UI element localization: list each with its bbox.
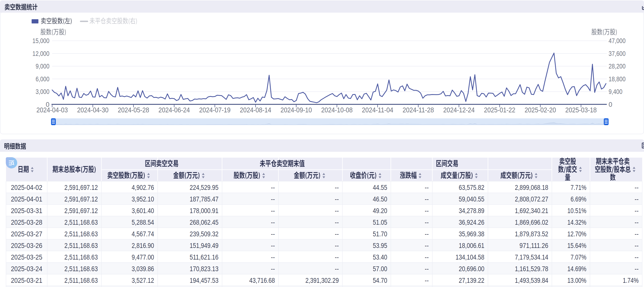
svg-text:--: --	[271, 265, 275, 272]
svg-text:187,785.47: 187,785.47	[190, 195, 218, 203]
svg-text:2025-03-27: 2025-03-27	[11, 230, 42, 238]
svg-text:--: --	[425, 183, 429, 191]
svg-text:--: --	[634, 265, 638, 272]
svg-text:14.69%: 14.69%	[568, 265, 586, 272]
svg-text:9,400: 9,400	[608, 88, 622, 95]
svg-text:2,511,168.63: 2,511,168.63	[64, 253, 98, 261]
svg-text:2,511,168.63: 2,511,168.63	[64, 230, 98, 238]
svg-text:59,040.55: 59,040.55	[459, 195, 484, 203]
svg-text:54.70: 54.70	[373, 276, 387, 284]
svg-text:1.74%: 1.74%	[623, 276, 638, 284]
svg-text:170,823.13: 170,823.13	[190, 265, 218, 272]
svg-text:3,000: 3,000	[36, 88, 50, 95]
svg-text:1,869,696.02: 1,869,696.02	[515, 218, 548, 226]
svg-text:4,567.74: 4,567.74	[132, 230, 154, 238]
svg-text:37,600: 37,600	[608, 50, 626, 57]
svg-text:2,808,072.27: 2,808,072.27	[515, 195, 548, 203]
svg-text:--: --	[425, 195, 429, 203]
svg-text:5,288.54: 5,288.54	[132, 218, 154, 226]
svg-text:971,111.26: 971,111.26	[520, 241, 548, 249]
svg-text:--: --	[425, 276, 429, 284]
svg-text:2025-04-01: 2025-04-01	[11, 195, 42, 203]
svg-text:2,511,168.63: 2,511,168.63	[64, 265, 98, 272]
svg-text:194,457.53: 194,457.53	[190, 276, 218, 284]
svg-text:--: --	[335, 218, 339, 226]
svg-text:--: --	[335, 230, 339, 238]
svg-text:35,969.38: 35,969.38	[459, 230, 484, 238]
svg-text:2,591,697.12: 2,591,697.12	[64, 195, 98, 203]
svg-text:--: --	[425, 218, 429, 226]
svg-text:2024-04-30: 2024-04-30	[77, 106, 108, 114]
svg-text:--: --	[335, 183, 339, 191]
svg-text:10.51%: 10.51%	[568, 207, 586, 214]
svg-text:134,104.58: 134,104.58	[456, 253, 484, 261]
svg-text:--: --	[271, 218, 275, 226]
svg-text:--: --	[634, 230, 638, 238]
svg-text:2024-10-08: 2024-10-08	[321, 106, 353, 114]
svg-text:151,949.49: 151,949.49	[190, 241, 218, 249]
svg-text:44.55: 44.55	[373, 183, 387, 191]
svg-text:--: --	[634, 195, 638, 203]
svg-text:--: --	[634, 207, 638, 214]
svg-text:2,511,168.63: 2,511,168.63	[64, 276, 98, 284]
svg-text:18,006.61: 18,006.61	[459, 241, 484, 249]
svg-text:224,529.95: 224,529.95	[190, 183, 218, 191]
svg-text:511,621.16: 511,621.16	[190, 253, 218, 261]
svg-text:1,879,873.52: 1,879,873.52	[515, 230, 548, 238]
svg-text:2025-03-31: 2025-03-31	[11, 207, 42, 214]
svg-text:28,200: 28,200	[608, 63, 626, 70]
svg-text:2024-07-19: 2024-07-19	[199, 106, 230, 114]
svg-text:7,179,534.14: 7,179,534.14	[515, 253, 548, 261]
svg-text:2024-09-10: 2024-09-10	[280, 106, 312, 114]
svg-text:268,062.45: 268,062.45	[190, 218, 218, 226]
svg-text:--: --	[634, 253, 638, 261]
svg-text:12,000: 12,000	[32, 50, 50, 57]
svg-text:2,391,302.29: 2,391,302.29	[305, 276, 339, 284]
svg-text:3,527.12: 3,527.12	[132, 276, 154, 284]
svg-text:2025-04-02: 2025-04-02	[11, 183, 42, 191]
svg-text:4,902.76: 4,902.76	[132, 183, 154, 191]
svg-text:43,716.68: 43,716.68	[249, 276, 275, 284]
svg-text:6.69%: 6.69%	[570, 195, 586, 203]
svg-text:6,000: 6,000	[36, 75, 50, 83]
svg-text:--: --	[271, 253, 275, 261]
svg-text:--: --	[425, 253, 429, 261]
svg-text:2025-01-22: 2025-01-22	[484, 106, 515, 114]
svg-text:2,899,068.18: 2,899,068.18	[515, 183, 548, 191]
svg-text:2025-03-24: 2025-03-24	[11, 265, 42, 272]
svg-text:63,575.82: 63,575.82	[459, 183, 484, 191]
svg-text:7.07%: 7.07%	[570, 253, 586, 261]
svg-text:178,000.91: 178,000.91	[190, 207, 218, 214]
svg-text:--: --	[425, 265, 429, 272]
svg-text:3,039.86: 3,039.86	[132, 265, 154, 272]
svg-text:13.00%: 13.00%	[568, 276, 586, 284]
svg-text:--: --	[634, 218, 638, 226]
svg-text:--: --	[634, 241, 638, 249]
svg-text:--: --	[335, 207, 339, 214]
svg-text:7.71%: 7.71%	[570, 183, 586, 191]
svg-text:15,000: 15,000	[32, 37, 50, 45]
svg-text:--: --	[634, 183, 638, 191]
svg-text:2,816.90: 2,816.90	[132, 241, 154, 249]
svg-text:--: --	[271, 230, 275, 238]
svg-text:--: --	[271, 241, 275, 249]
svg-text:2025-03-18: 2025-03-18	[566, 106, 597, 114]
svg-text:0: 0	[608, 101, 612, 108]
svg-text:2025-02-20: 2025-02-20	[524, 106, 556, 114]
svg-text:--: --	[335, 195, 339, 203]
svg-text:47,000: 47,000	[608, 37, 626, 45]
svg-text:1,493,539.84: 1,493,539.84	[515, 276, 548, 284]
svg-text:1,161,529.78: 1,161,529.78	[515, 265, 548, 272]
svg-text:--: --	[335, 241, 339, 249]
svg-text:9,477.00: 9,477.00	[132, 253, 154, 261]
svg-text:2025-03-25: 2025-03-25	[11, 253, 42, 261]
svg-text:--: --	[271, 207, 275, 214]
svg-text:27,139.22: 27,139.22	[459, 276, 484, 284]
svg-text:2,591,697.12: 2,591,697.12	[64, 183, 98, 191]
svg-text:2024-06-24: 2024-06-24	[158, 106, 190, 114]
svg-text:36,924.26: 36,924.26	[459, 218, 484, 226]
svg-text:2025-03-21: 2025-03-21	[11, 276, 42, 284]
svg-text:3,952.10: 3,952.10	[132, 195, 154, 203]
svg-text:--: --	[271, 195, 275, 203]
svg-text:2024-11-04: 2024-11-04	[362, 106, 393, 114]
